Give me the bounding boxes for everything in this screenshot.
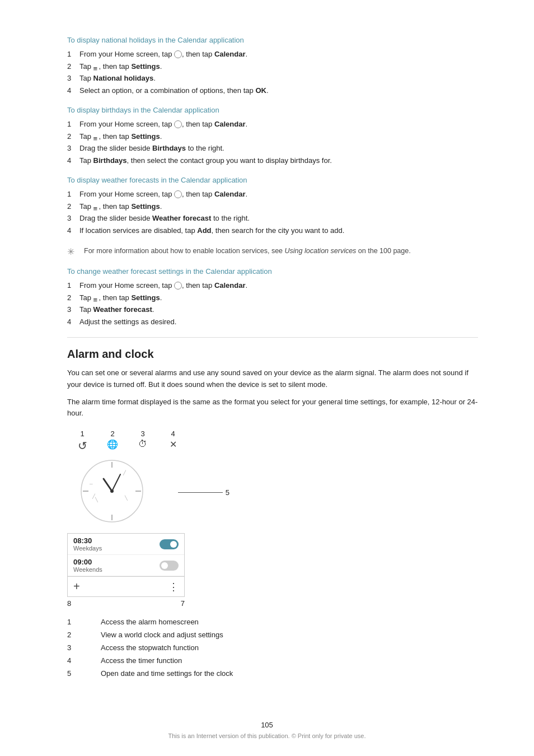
step-text: From your Home screen, tap , then tap Ca…	[79, 49, 478, 60]
step-text: From your Home screen, tap , then tap Ca…	[79, 119, 478, 130]
steps-weather-forecasts: 1 From your Home screen, tap , then tap …	[67, 189, 478, 236]
callout-num: 5	[67, 669, 101, 678]
label-5-area: 5	[178, 488, 229, 497]
step-num: 4	[67, 225, 79, 236]
step-text: Tap , then tap Settings.	[79, 131, 478, 142]
step-num: 1	[67, 119, 79, 130]
toggle-on-1[interactable]	[160, 539, 179, 549]
tip-text: For more information about how to enable…	[84, 246, 411, 256]
callout-text: Open date and time settings for the cloc…	[101, 669, 233, 678]
diagram-number-row: 1 2 3 4	[67, 430, 246, 438]
list-item: 2 Tap , then tap Settings.	[67, 131, 478, 142]
step-num: 3	[67, 143, 79, 154]
diagram-num-1: 1	[67, 430, 97, 438]
step-text: Tap , then tap Settings.	[79, 61, 478, 72]
list-item: 2 Tap , then tap Settings.	[67, 61, 478, 72]
list-item: 4 Adjust the settings as desired.	[67, 316, 478, 328]
alarm-day-label: Weekdays	[73, 545, 102, 552]
stopwatch-icon: ⏱	[128, 439, 158, 452]
callout-text: View a world clock and adjust settings	[101, 631, 223, 639]
callout-text: Access the stopwatch function	[101, 643, 199, 652]
step-num: 3	[67, 304, 79, 315]
step-text: Drag the slider beside Birthdays to the …	[79, 143, 478, 154]
list-item: 2 Tap , then tap Settings.	[67, 201, 478, 212]
list-item: 4 If location services are disabled, tap…	[67, 225, 478, 236]
list-item: 4 Tap Birthdays, then select the contact…	[67, 155, 478, 166]
list-item: 1 From your Home screen, tap , then tap …	[67, 119, 478, 130]
svg-text:╲: ╲	[124, 495, 128, 501]
step-num: 3	[67, 73, 79, 84]
step-text: Tap , then tap Settings.	[79, 201, 478, 212]
callout-item-2: 2 View a world clock and adjust settings	[67, 631, 478, 639]
footer-note: This is an Internet version of this publ…	[0, 732, 534, 739]
add-alarm-button[interactable]: +	[73, 580, 80, 593]
steps-birthdays: 1 From your Home screen, tap , then tap …	[67, 119, 478, 166]
step-num: 2	[67, 61, 79, 72]
heading-weather-forecasts: To display weather forecasts in the Cale…	[67, 176, 478, 184]
svg-point-7	[110, 489, 114, 493]
svg-text:─: ─	[89, 482, 93, 487]
alarm-row-2: 09:00 Weekends	[68, 555, 184, 576]
alarm-desc-1: You can set one or several alarms and us…	[67, 367, 478, 391]
step-text: Tap Birthdays, then select the contact g…	[79, 155, 478, 166]
list-item: 3 Drag the slider beside Weather forecas…	[67, 213, 478, 224]
list-item: 3 Tap National holidays.	[67, 73, 478, 84]
step-text: If location services are disabled, tap A…	[79, 225, 478, 236]
step-num: 2	[67, 292, 79, 304]
heading-change-weather: To change weather forecast settings in t…	[67, 267, 478, 276]
step-num: 2	[67, 201, 79, 212]
section-change-weather: To change weather forecast settings in t…	[67, 267, 478, 327]
page-number: 105	[0, 721, 534, 729]
alarm-time-display: 08:30	[73, 536, 102, 545]
heading-birthdays: To display birthdays in the Calendar app…	[67, 106, 478, 114]
step-text: Tap , then tap Settings.	[79, 292, 478, 304]
section-birthdays: To display birthdays in the Calendar app…	[67, 106, 478, 166]
toggle-off-1[interactable]	[160, 561, 179, 571]
callout-item-5: 5 Open date and time settings for the cl…	[67, 669, 478, 678]
list-item: 2 Tap , then tap Settings.	[67, 292, 478, 304]
section-weather-forecasts: To display weather forecasts in the Cale…	[67, 176, 478, 257]
step-num: 4	[67, 155, 79, 166]
callout-list: 1 Access the alarm homescreen 2 View a w…	[67, 618, 478, 678]
clock-face-area: ╲ ╱ ─ ╱ ╲ 5	[67, 455, 235, 533]
svg-text:╱: ╱	[123, 470, 127, 475]
alarm-time-2: 09:00 Weekends	[73, 558, 102, 573]
step-text: From your Home screen, tap , then tap Ca…	[79, 189, 478, 200]
list-item: 3 Drag the slider beside Birthdays to th…	[67, 143, 478, 154]
step-num: 1	[67, 280, 79, 291]
menu-icon	[93, 203, 99, 209]
callout-text: Access the timer function	[101, 656, 182, 665]
steps-change-weather: 1 From your Home screen, tap , then tap …	[67, 280, 478, 327]
callout-num: 3	[67, 643, 101, 652]
svg-text:╱: ╱	[92, 493, 96, 499]
alarm-list: 08:30 Weekdays 09:00 Weekends	[67, 533, 185, 577]
menu-icon	[93, 295, 99, 300]
step-num: 4	[67, 316, 79, 328]
list-item: 1 From your Home screen, tap , then tap …	[67, 49, 478, 60]
step-text: Select an option, or a combination of op…	[79, 85, 478, 96]
step-text: Drag the slider beside Weather forecast …	[79, 213, 478, 224]
label-7: 7	[181, 599, 185, 608]
label-5-line	[178, 492, 223, 493]
page: To display national holidays in the Cale…	[0, 0, 534, 756]
diagram-icon-row: ↺ 🌐 ⏱ ✕	[67, 439, 246, 452]
callout-item-1: 1 Access the alarm homescreen	[67, 618, 478, 626]
globe-icon	[174, 120, 182, 128]
callout-item-4: 4 Access the timer function	[67, 656, 478, 665]
step-text: Tap Weather forecast.	[79, 304, 478, 315]
callout-item-3: 3 Access the stopwatch function	[67, 643, 478, 652]
step-text: Adjust the settings as desired.	[79, 316, 478, 328]
globe-icon	[174, 190, 182, 198]
alarm-menu-button[interactable]: ⋮	[168, 581, 179, 593]
step-num: 3	[67, 213, 79, 224]
tip-icon: ✳	[67, 246, 79, 257]
section-national-holidays: To display national holidays in the Cale…	[67, 36, 478, 96]
globe-icon	[174, 50, 182, 58]
callout-num: 2	[67, 631, 101, 639]
svg-text:╲: ╲	[95, 497, 99, 502]
menu-icon	[93, 133, 99, 139]
alarm-clock-section: Alarm and clock You can set one or sever…	[67, 337, 478, 678]
heading-national-holidays: To display national holidays in the Cale…	[67, 36, 478, 44]
clock-diagram: 1 2 3 4 ↺ 🌐 ⏱ ✕	[67, 430, 246, 608]
step-num: 1	[67, 189, 79, 200]
